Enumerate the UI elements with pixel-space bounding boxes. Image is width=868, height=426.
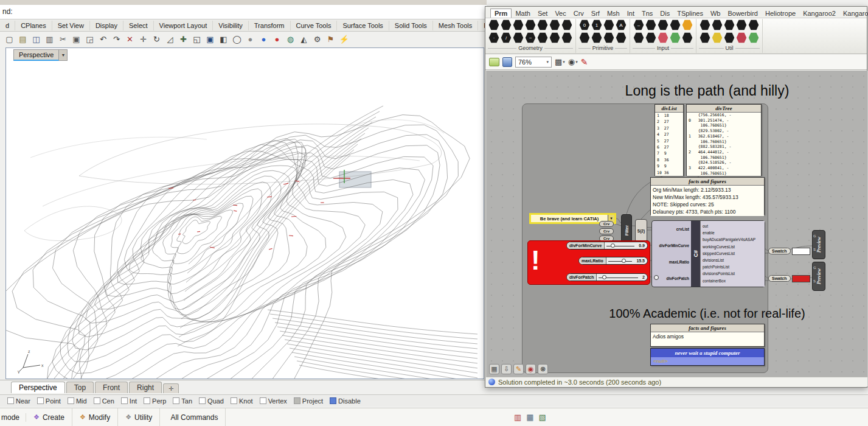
wireframe-display-icon[interactable]: ◯	[231, 33, 243, 45]
ellipse-icon[interactable]	[501, 19, 512, 30]
osnap-toggle[interactable]: Quad	[199, 397, 224, 405]
save-definition-icon[interactable]	[502, 57, 512, 67]
command-group-tab[interactable]: ❖ Create	[26, 408, 72, 426]
path-icon[interactable]	[603, 32, 614, 43]
preview-port-s[interactable]: S	[813, 279, 816, 283]
curve-param[interactable]: Crv	[599, 228, 614, 234]
galapagos-icon[interactable]	[736, 32, 747, 43]
zoom-presets-icon[interactable]: ▩▾	[555, 57, 565, 66]
group-icon[interactable]	[724, 32, 735, 43]
viewport-tab[interactable]: Right	[129, 382, 162, 393]
colour-icon[interactable]	[579, 32, 590, 43]
flag-icon[interactable]: ⚑	[325, 33, 336, 45]
script-output[interactable]: divisionsList	[703, 257, 765, 264]
panel-icon[interactable]	[645, 19, 656, 30]
divtree-panel[interactable]: divTree {756.256016, -0 301.251474, - 10…	[686, 104, 762, 176]
script-output[interactable]: containerBox	[703, 278, 765, 284]
grasshopper-tab[interactable]: Msh	[603, 9, 623, 18]
calendar-icon[interactable]	[682, 32, 693, 43]
swatch-component-white[interactable]: Swatch	[768, 246, 811, 256]
viewport-dropdown-icon[interactable]: ▼	[59, 49, 68, 61]
osnap-checkbox[interactable]	[231, 397, 237, 404]
integer-icon[interactable]: 0	[579, 19, 590, 30]
point-icon[interactable]: ·	[488, 32, 499, 43]
sketch-pen-icon[interactable]: ✎	[581, 57, 588, 67]
grasshopper-tab[interactable]: Math	[512, 9, 533, 18]
osnap-checkbox[interactable]	[144, 397, 150, 404]
menu-tab[interactable]: Surface Tools	[337, 21, 389, 30]
mesh-icon[interactable]	[549, 32, 560, 43]
script-center-bar[interactable]: C#	[691, 221, 700, 287]
command-prompt[interactable]: nd:	[0, 5, 487, 19]
menu-tab[interactable]: CPlanes	[15, 21, 52, 30]
slider-track[interactable]	[606, 257, 634, 264]
viewport-title[interactable]: Perspective ▼	[13, 49, 68, 61]
open-definition-icon[interactable]	[489, 58, 499, 66]
number-icon[interactable]: 1	[591, 19, 602, 30]
arc-icon[interactable]	[513, 19, 524, 30]
osnap-checkbox[interactable]	[199, 397, 206, 404]
osnap-checkbox[interactable]	[7, 397, 14, 404]
grasshopper-tab[interactable]: Set	[534, 9, 552, 18]
slider-divforemincurve[interactable]: divForMinCurve 0.9	[566, 242, 648, 250]
viewport-tab[interactable]: Top	[66, 382, 94, 393]
curve-icon[interactable]: ~	[525, 32, 536, 43]
viewport-tab[interactable]: Perspective	[11, 382, 65, 393]
open-file-icon[interactable]: ▤	[17, 33, 29, 45]
scale-icon[interactable]: ◿	[164, 33, 176, 45]
menu-tab[interactable]: Set View	[52, 21, 90, 30]
menu-tab[interactable]: Display	[90, 21, 123, 30]
script-widget-icon[interactable]: ◉	[526, 364, 536, 374]
script-output[interactable]: divisionsPointsList	[703, 270, 765, 277]
perspective-viewport[interactable]: Perspective ▼ x z y	[5, 47, 484, 379]
osnap-toggle[interactable]: Near	[7, 397, 30, 405]
script-output[interactable]: out	[703, 223, 765, 229]
swatch-color-box[interactable]	[792, 248, 810, 255]
plane-icon[interactable]	[561, 32, 572, 43]
preview-component-2[interactable]: G S Preview	[812, 262, 825, 291]
preview-port-s[interactable]: S	[813, 248, 816, 251]
undo-icon[interactable]: ↶	[97, 33, 109, 45]
named-view-icon[interactable]: ◧	[218, 33, 229, 45]
jump-icon[interactable]	[700, 32, 710, 43]
osnap-toggle[interactable]: Cen	[94, 397, 114, 405]
slider-track[interactable]	[597, 274, 640, 281]
sphere-icon[interactable]	[549, 19, 560, 30]
osnap-toggle[interactable]: Int	[121, 397, 137, 405]
number-slider-icon[interactable]: –	[633, 19, 644, 30]
timer-component[interactable]: never wait a stupid computer <null>	[650, 348, 765, 366]
divlist-panel[interactable]: divList 1 182 273 274 275 276 277 98 369…	[654, 104, 684, 176]
line-icon[interactable]: /	[501, 32, 512, 43]
preview-component-1[interactable]: G S Preview	[812, 230, 825, 259]
data-dam-icon[interactable]	[712, 19, 723, 30]
script-output[interactable]: workingCurvesList	[703, 243, 765, 250]
zoom-extents-icon[interactable]: ▣	[204, 33, 216, 45]
boolean-toggle-icon[interactable]	[633, 32, 644, 43]
grasshopper-tab[interactable]: Prm	[490, 9, 512, 18]
param-viewer-icon[interactable]	[748, 32, 759, 43]
polyline-icon[interactable]	[513, 32, 524, 43]
shaded-display-icon[interactable]: ●	[245, 33, 256, 45]
globe-icon[interactable]: ◍	[285, 33, 296, 45]
osnap-checkbox[interactable]	[68, 397, 74, 404]
osnap-checkbox[interactable]	[173, 397, 179, 404]
grasshopper-tab[interactable]: Crv	[570, 9, 588, 18]
value-list-icon[interactable]	[658, 19, 668, 30]
osnap-checkbox[interactable]	[94, 397, 100, 404]
menu-tab[interactable]: d	[0, 21, 15, 30]
grasshopper-tab[interactable]: Dis	[656, 9, 673, 18]
grasshopper-tab[interactable]: Kangaroo	[839, 9, 868, 18]
new-file-icon[interactable]: ▢	[4, 33, 15, 45]
menu-tab[interactable]: Transform	[249, 21, 291, 30]
scribble-pen-icon[interactable]: ✎	[513, 364, 524, 374]
script-input[interactable]: crvList	[676, 227, 689, 231]
script-input[interactable]: divForMinCurve	[659, 243, 689, 248]
osnap-checkbox[interactable]	[121, 397, 128, 404]
trigger-icon[interactable]	[736, 19, 747, 30]
menu-tab[interactable]: Select	[123, 21, 154, 30]
cone-icon[interactable]	[561, 19, 572, 30]
relay-icon[interactable]	[700, 19, 710, 30]
script-output[interactable]: skippedCurvesList	[703, 250, 765, 257]
history-panel-icon[interactable]: ▥	[514, 413, 521, 422]
md-slider-icon[interactable]	[682, 19, 693, 30]
